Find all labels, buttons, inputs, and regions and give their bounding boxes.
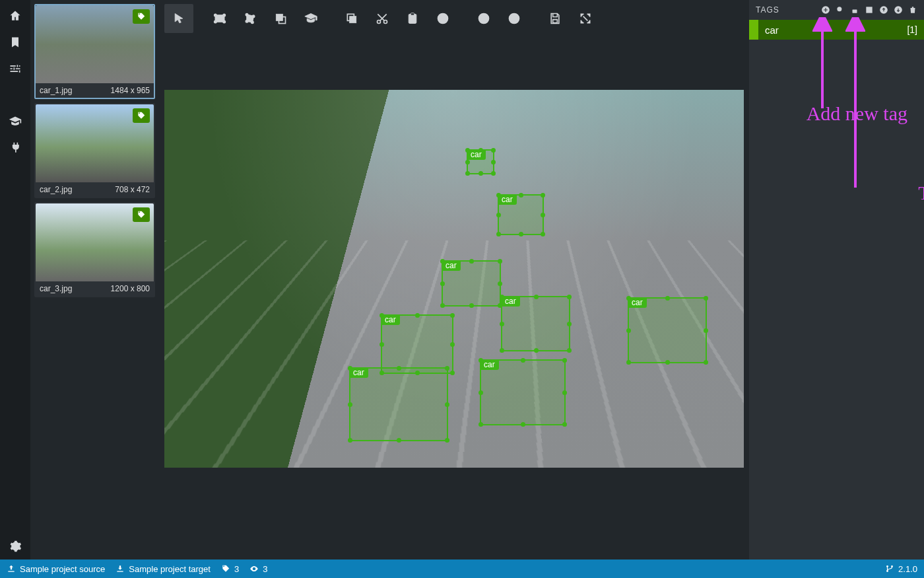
tag-lock-button[interactable]	[849, 4, 861, 16]
bbox-handle[interactable]	[380, 313, 384, 318]
bbox-handle[interactable]	[500, 295, 504, 299]
bbox-handle[interactable]	[440, 303, 445, 308]
tool-paste[interactable]	[398, 4, 427, 33]
bbox-handle[interactable]	[496, 232, 501, 236]
bbox-handle[interactable]	[626, 296, 631, 301]
bbox-handle[interactable]	[450, 342, 455, 347]
bbox-handle[interactable]	[567, 295, 572, 299]
bbox-handle[interactable]	[541, 213, 545, 217]
tool-copy-rect[interactable]	[266, 4, 295, 33]
bbox-handle[interactable]	[498, 259, 502, 264]
bbox-handle[interactable]	[665, 360, 670, 365]
bbox-handle[interactable]	[445, 402, 449, 407]
tag-move-up-button[interactable]	[878, 4, 890, 16]
bbox-handle[interactable]	[397, 438, 401, 443]
bbox-handle[interactable]	[348, 438, 352, 443]
bbox-handle[interactable]	[397, 366, 401, 371]
bbox-handle[interactable]	[704, 328, 708, 333]
bbox-handle[interactable]	[491, 171, 496, 176]
bbox-handle[interactable]	[465, 160, 470, 164]
bbox-handle[interactable]	[519, 232, 523, 236]
bbox-handle[interactable]	[562, 358, 567, 363]
canvas-image[interactable]: carcarcarcarcarcarcarcar	[164, 90, 744, 468]
bbox-handle[interactable]	[500, 348, 504, 353]
bbox-handle[interactable]	[534, 295, 539, 299]
nav-connections[interactable]	[2, 135, 28, 161]
footer-target[interactable]: Sample project target	[116, 564, 211, 574]
tool-auto-detect[interactable]	[296, 4, 325, 33]
bbox-handle[interactable]	[541, 193, 545, 198]
bounding-box[interactable]: car	[628, 297, 707, 363]
bbox-handle[interactable]	[519, 193, 523, 198]
tool-pointer[interactable]	[164, 4, 193, 33]
bbox-handle[interactable]	[478, 390, 483, 395]
bbox-handle[interactable]	[450, 371, 455, 375]
tag-rename-button[interactable]	[863, 4, 875, 16]
bbox-handle[interactable]	[704, 296, 708, 301]
tag-search-button[interactable]	[834, 4, 846, 16]
nav-settings[interactable]	[2, 533, 28, 560]
bbox-handle[interactable]	[498, 281, 502, 286]
tag-move-down-button[interactable]	[892, 4, 904, 16]
bounding-box[interactable]: car	[501, 296, 570, 351]
bbox-handle[interactable]	[478, 422, 483, 427]
nav-export[interactable]	[2, 82, 28, 108]
tool-save[interactable]	[541, 4, 570, 33]
bbox-handle[interactable]	[469, 259, 474, 264]
tool-polygon[interactable]	[236, 4, 265, 33]
bbox-handle[interactable]	[500, 322, 504, 326]
bbox-handle[interactable]	[478, 358, 483, 363]
tool-fullscreen[interactable]	[571, 4, 600, 33]
nav-sliders[interactable]	[2, 55, 28, 82]
bbox-handle[interactable]	[562, 390, 567, 395]
tool-rectangle[interactable]	[205, 4, 234, 33]
bbox-handle[interactable]	[478, 148, 483, 153]
tool-clear[interactable]	[428, 4, 457, 33]
bbox-handle[interactable]	[380, 342, 384, 347]
nav-home[interactable]	[2, 3, 28, 29]
tool-duplicate[interactable]	[337, 4, 366, 33]
bbox-handle[interactable]	[496, 193, 501, 198]
bbox-handle[interactable]	[521, 422, 525, 427]
bbox-handle[interactable]	[534, 348, 539, 353]
tool-prev[interactable]	[469, 4, 498, 33]
thumbnail-item[interactable]: car_1.jpg 1484 x 965	[34, 4, 155, 99]
bbox-handle[interactable]	[465, 171, 470, 176]
bounding-box[interactable]: car	[467, 149, 494, 174]
tag-add-button[interactable]	[820, 4, 832, 16]
bbox-handle[interactable]	[496, 213, 501, 217]
bbox-handle[interactable]	[348, 366, 352, 371]
thumbnail-item[interactable]: car_2.jpg 708 x 472	[34, 103, 155, 198]
bbox-handle[interactable]	[415, 313, 420, 318]
bounding-box[interactable]: car	[498, 194, 544, 235]
tool-next[interactable]	[500, 4, 529, 33]
bbox-handle[interactable]	[626, 328, 631, 333]
tag-delete-button[interactable]	[907, 4, 919, 16]
bbox-handle[interactable]	[541, 232, 545, 236]
bbox-handle[interactable]	[567, 322, 572, 326]
bounding-box[interactable]: car	[480, 359, 566, 425]
bounding-box[interactable]: car	[349, 367, 448, 441]
tag-row[interactable]: car [1]	[749, 20, 924, 40]
bbox-handle[interactable]	[567, 348, 572, 353]
nav-bookmark[interactable]	[2, 29, 28, 55]
bbox-handle[interactable]	[469, 303, 474, 308]
bbox-handle[interactable]	[445, 438, 449, 443]
tool-cut[interactable]	[368, 4, 397, 33]
bbox-handle[interactable]	[521, 358, 525, 363]
bbox-handle[interactable]	[440, 259, 445, 264]
thumbnail-item[interactable]: car_3.jpg 1200 x 800	[34, 202, 155, 297]
bbox-handle[interactable]	[478, 171, 483, 176]
bbox-handle[interactable]	[440, 281, 445, 286]
bbox-handle[interactable]	[626, 360, 631, 365]
bounding-box[interactable]: car	[381, 314, 453, 374]
bounding-box[interactable]: car	[442, 260, 501, 307]
nav-active-learning[interactable]	[2, 108, 28, 135]
bbox-handle[interactable]	[704, 360, 708, 365]
bbox-handle[interactable]	[562, 422, 567, 427]
bbox-handle[interactable]	[445, 366, 449, 371]
bbox-handle[interactable]	[665, 296, 670, 301]
bbox-handle[interactable]	[450, 313, 455, 318]
bbox-handle[interactable]	[348, 402, 352, 407]
bbox-handle[interactable]	[491, 160, 496, 164]
